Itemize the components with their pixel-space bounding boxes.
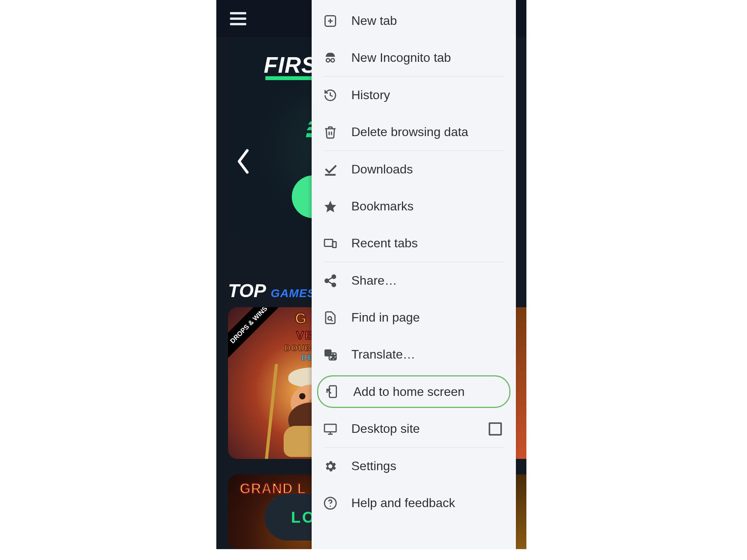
svg-rect-8 — [324, 239, 333, 246]
menu-label: Translate… — [351, 347, 415, 362]
menu-label: Find in page — [351, 310, 420, 325]
svg-text:G: G — [326, 350, 330, 356]
promo-prev-arrow-icon[interactable] — [235, 148, 251, 175]
menu-label: Settings — [351, 459, 396, 473]
menu-desktop-site[interactable]: Desktop site — [312, 410, 516, 447]
menu-label: Delete browsing data — [351, 125, 468, 139]
star-icon — [323, 200, 337, 214]
svg-text:文: 文 — [331, 354, 336, 359]
share-icon — [323, 274, 337, 288]
svg-point-3 — [326, 58, 330, 62]
menu-label: History — [351, 88, 390, 102]
gear-icon — [323, 459, 337, 473]
help-icon — [323, 496, 337, 510]
hamburger-menu-icon[interactable] — [230, 12, 246, 25]
menu-history[interactable]: History — [312, 77, 516, 114]
menu-new-tab[interactable]: New tab — [312, 2, 516, 39]
desktop-site-checkbox[interactable] — [489, 422, 502, 436]
translate-icon: G文 — [323, 348, 337, 362]
menu-label: Downloads — [351, 162, 413, 177]
svg-point-4 — [331, 58, 335, 62]
section-games-label: GAMES — [271, 287, 316, 300]
section-top-label: TOP — [228, 280, 266, 301]
menu-label: Help and feedback — [351, 496, 455, 510]
menu-label: Bookmarks — [351, 199, 414, 214]
svg-point-11 — [325, 279, 329, 282]
menu-share[interactable]: Share… — [312, 262, 516, 299]
svg-rect-23 — [324, 424, 336, 432]
svg-point-12 — [332, 283, 336, 287]
history-icon — [323, 88, 337, 102]
trash-icon — [323, 125, 337, 139]
menu-label: Desktop site — [351, 422, 420, 436]
menu-label: Recent tabs — [351, 236, 418, 250]
phone-screenshot: P FIRST 1 ₹ TOP GAMES DROPS & WINS G BAS… — [216, 0, 526, 549]
menu-downloads[interactable]: Downloads — [312, 151, 516, 188]
svg-line-14 — [328, 282, 332, 284]
menu-recent-tabs[interactable]: Recent tabs — [312, 225, 516, 262]
svg-marker-7 — [324, 201, 336, 212]
menu-label: New Incognito tab — [351, 51, 451, 65]
menu-find-in-page[interactable]: Find in page — [312, 299, 516, 336]
menu-label: New tab — [351, 14, 397, 28]
menu-translate[interactable]: G文 Translate… — [312, 336, 516, 373]
menu-label: Add to home screen — [353, 385, 465, 399]
menu-bookmarks[interactable]: Bookmarks — [312, 188, 516, 225]
desktop-icon — [323, 422, 337, 436]
download-done-icon — [323, 163, 337, 177]
svg-point-10 — [332, 275, 336, 278]
plus-square-icon — [323, 14, 337, 28]
svg-point-27 — [330, 506, 331, 507]
devices-icon — [323, 236, 337, 250]
menu-settings[interactable]: Settings — [312, 448, 516, 485]
menu-label: Share… — [351, 273, 397, 288]
add-to-home-icon — [325, 385, 339, 399]
menu-add-to-home[interactable]: Add to home screen — [317, 375, 510, 408]
browser-overflow-menu: New tab New Incognito tab History Delete… — [312, 0, 516, 549]
menu-help[interactable]: Help and feedback — [312, 485, 516, 522]
svg-line-13 — [328, 277, 332, 280]
svg-point-15 — [328, 317, 331, 320]
menu-delete-data[interactable]: Delete browsing data — [312, 114, 516, 150]
find-in-page-icon — [323, 311, 337, 325]
svg-rect-21 — [330, 386, 337, 397]
svg-line-16 — [331, 320, 333, 321]
incognito-icon — [323, 51, 337, 65]
menu-new-incognito[interactable]: New Incognito tab — [312, 39, 516, 76]
top-games-heading: TOP GAMES — [228, 280, 316, 301]
svg-rect-9 — [333, 242, 336, 247]
